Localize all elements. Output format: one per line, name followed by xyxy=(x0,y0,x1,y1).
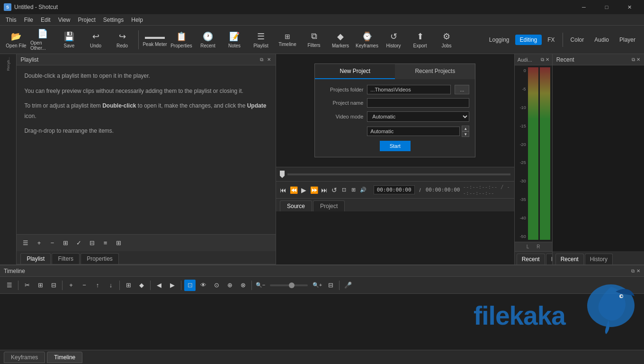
tl-split-button[interactable]: ⊞ xyxy=(123,280,134,291)
play-button[interactable]: ▶ xyxy=(301,184,308,196)
playlist-float-button[interactable]: ⧉ xyxy=(259,57,264,63)
spinner-down[interactable]: ▼ xyxy=(462,131,469,137)
menu-project[interactable]: Project xyxy=(74,16,99,24)
start-button[interactable]: Start xyxy=(380,141,411,151)
close-button[interactable]: ✕ xyxy=(618,0,640,14)
recent-tab-recent[interactable]: Recent xyxy=(555,254,584,264)
playlist-button[interactable]: ☰ Playlist xyxy=(249,28,273,52)
player-layout-button[interactable]: Player xyxy=(615,35,640,45)
tl-ripple3-button[interactable]: ⊕ xyxy=(224,280,235,291)
tl-snap-button[interactable]: ⊡ xyxy=(184,280,196,291)
tl-cut-button[interactable]: ✂ xyxy=(21,280,33,291)
filters-button[interactable]: ⧉ Filters xyxy=(302,28,326,52)
restore-button[interactable]: □ xyxy=(596,0,617,14)
timeline-button[interactable]: ⊞ Timeline xyxy=(275,28,300,52)
project-name-input[interactable] xyxy=(367,98,469,108)
history-toolbar-button[interactable]: ↺ History xyxy=(381,28,406,52)
peak-meter-button[interactable]: ▬▬▬ Peak Meter xyxy=(143,28,167,52)
playlist-close-button[interactable]: ✕ xyxy=(266,57,272,63)
playlist-menu-button[interactable]: ☰ xyxy=(20,238,31,248)
open-file-button[interactable]: 📂 Open File xyxy=(4,28,28,52)
recent-float-button[interactable]: ⧉ xyxy=(632,57,635,63)
menu-settings[interactable]: Settings xyxy=(99,16,127,24)
playlist-update-button[interactable]: ✓ xyxy=(73,238,84,248)
save-button[interactable]: 💾 Save xyxy=(57,28,81,52)
tab-properties[interactable]: Properties xyxy=(80,253,119,264)
tl-zoom-in-button[interactable]: 🔍+ xyxy=(312,280,323,291)
notes-button[interactable]: 📝 Notes xyxy=(222,28,247,52)
skip-back-button[interactable]: ⏮ xyxy=(280,184,287,196)
video-mode-value-input[interactable] xyxy=(367,127,460,136)
zoom-slider[interactable] xyxy=(270,284,308,286)
keyframes-button[interactable]: ⌚ Keyframes xyxy=(355,28,379,52)
redo-button[interactable]: ↪ Redo xyxy=(110,28,134,52)
video-mode-select[interactable]: Automatic xyxy=(367,111,469,122)
playlist-insert-button[interactable]: ⊞ xyxy=(60,238,71,248)
tab-project[interactable]: Project xyxy=(313,200,345,211)
jobs-button[interactable]: ⚙ Jobs xyxy=(434,28,459,52)
fast-forward-button[interactable]: ⏩ xyxy=(310,184,318,196)
loop-button[interactable]: ↺ xyxy=(331,184,338,196)
playlist-add-button[interactable]: + xyxy=(34,238,44,248)
zoom-fit-button[interactable]: ⊡ xyxy=(340,184,348,196)
tl-scrub-button[interactable]: 👁 xyxy=(197,280,209,291)
volume-button[interactable]: 🔊 xyxy=(360,184,367,196)
audio-layout-button[interactable]: Audio xyxy=(590,35,614,45)
tl-record-button[interactable]: 🎤 xyxy=(342,280,354,291)
timeline-float-button[interactable]: ⧉ xyxy=(631,268,635,274)
menu-help[interactable]: Help xyxy=(127,16,147,24)
tl-menu-button[interactable]: ☰ xyxy=(4,280,15,291)
tl-paste-button[interactable]: ⊟ xyxy=(48,280,59,291)
menu-edit[interactable]: Edit xyxy=(37,16,54,24)
menu-this[interactable]: This xyxy=(2,16,20,24)
tab-source[interactable]: Source xyxy=(280,200,312,211)
projects-folder-browse-button[interactable]: ... xyxy=(455,85,469,94)
tab-playlist[interactable]: Playlist xyxy=(20,253,51,264)
tl-add-button[interactable]: + xyxy=(65,280,77,291)
tl-ripple2-button[interactable]: ⊙ xyxy=(211,280,222,291)
playlist-view2-button[interactable]: ≡ xyxy=(100,238,110,248)
minimize-button[interactable]: ─ xyxy=(573,0,595,14)
projects-folder-input[interactable] xyxy=(367,85,451,94)
grid-button[interactable]: ⊞ xyxy=(350,184,358,196)
recent-projects-tab[interactable]: Recent Projects xyxy=(395,64,475,79)
editing-layout-button[interactable]: Editing xyxy=(515,35,542,45)
menu-file[interactable]: File xyxy=(20,16,37,24)
tl-copy-button[interactable]: ⊞ xyxy=(35,280,46,291)
timeline-tab[interactable]: Timeline xyxy=(47,352,82,363)
recent-close-button[interactable]: ✕ xyxy=(636,57,640,63)
new-project-tab[interactable]: New Project xyxy=(315,64,395,79)
tl-ripple-button[interactable]: ◆ xyxy=(136,280,147,291)
tl-next-button[interactable]: ▶ xyxy=(167,280,178,291)
audio-float-button[interactable]: ⧉ xyxy=(541,57,544,63)
skip-forward-button[interactable]: ⏭ xyxy=(321,184,328,196)
recent-button[interactable]: 🕐 Recent xyxy=(196,28,220,52)
tl-remove-button[interactable]: − xyxy=(79,280,90,291)
keyframes-tab[interactable]: Keyframes xyxy=(4,352,45,363)
audio-close-button[interactable]: ✕ xyxy=(546,57,549,63)
recent-tab-history[interactable]: History xyxy=(585,254,613,264)
markers-button[interactable]: ◆ Markers xyxy=(328,28,353,52)
tl-zoom-out-button[interactable]: 🔍− xyxy=(255,280,266,291)
playlist-remove-button[interactable]: − xyxy=(47,238,57,248)
color-layout-button[interactable]: Color xyxy=(566,35,589,45)
fx-layout-button[interactable]: FX xyxy=(543,35,559,45)
menu-view[interactable]: View xyxy=(54,16,74,24)
playlist-view3-button[interactable]: ⊞ xyxy=(113,238,124,248)
audio-tab-recent[interactable]: Recent xyxy=(517,254,545,264)
undo-button[interactable]: ↩ Undo xyxy=(83,28,108,52)
export-button[interactable]: ⬆ Export xyxy=(408,28,432,52)
scrubber-line[interactable] xyxy=(287,173,510,175)
tl-lift-button[interactable]: ↑ xyxy=(92,280,103,291)
tl-lower-button[interactable]: ↓ xyxy=(105,280,116,291)
open-other-button[interactable]: 📄 Open Other... xyxy=(30,28,55,52)
properties-button[interactable]: 📋 Properties xyxy=(169,28,194,52)
timeline-close-button[interactable]: ✕ xyxy=(636,268,640,274)
logging-layout-button[interactable]: Logging xyxy=(484,35,514,45)
spinner-up[interactable]: ▲ xyxy=(462,126,469,131)
tab-filters[interactable]: Filters xyxy=(52,253,80,264)
playlist-view1-button[interactable]: ⊟ xyxy=(87,238,97,248)
rewind-button[interactable]: ⏪ xyxy=(290,184,298,196)
tl-lock-button[interactable]: ⊗ xyxy=(237,280,249,291)
tl-fit-button[interactable]: ⊟ xyxy=(325,280,336,291)
